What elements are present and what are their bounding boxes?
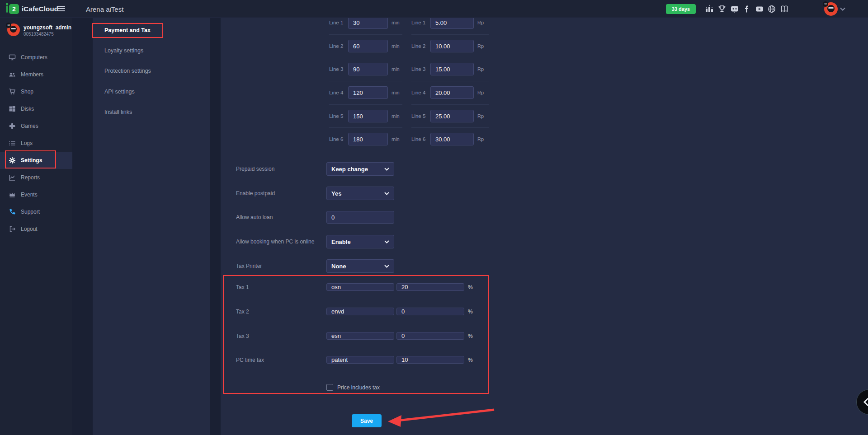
field-label: Prepaid session <box>236 166 326 172</box>
tax-name-input[interactable] <box>326 332 394 340</box>
price-line-input[interactable] <box>430 133 474 145</box>
facebook-icon[interactable] <box>742 5 751 14</box>
percent-label: % <box>468 284 473 290</box>
cafe-title: Arena aiTest <box>86 5 123 13</box>
tax-1-row: Tax 1 % <box>236 283 489 291</box>
price-line-row: Line 1 Rp <box>411 16 493 29</box>
price-includes-tax-row: Price includes tax <box>326 384 380 391</box>
list-icon <box>9 140 16 147</box>
nav-item-protection-settings[interactable]: Protection settings <box>93 64 210 78</box>
chevron-down-icon <box>384 192 389 195</box>
sidebar-item-label: Disks <box>21 106 34 112</box>
prepaid-session-row: Prepaid session Keep change <box>236 162 426 176</box>
minute-line-row: Line 5 min <box>329 110 406 122</box>
tax-printer-select[interactable]: None <box>326 259 394 273</box>
sidebar-item-label: Logs <box>21 140 33 146</box>
tax-name-input[interactable] <box>326 308 394 315</box>
selected-value: Enable <box>331 239 351 245</box>
row-divider <box>411 34 489 35</box>
price-line-input[interactable] <box>430 110 474 122</box>
price-line-input[interactable] <box>430 16 474 29</box>
minute-line-input[interactable] <box>348 63 388 75</box>
youtube-icon[interactable] <box>755 5 764 14</box>
sidebar-item-settings[interactable]: Settings <box>0 152 72 169</box>
minute-line-input[interactable] <box>348 16 388 29</box>
price-line-input[interactable] <box>430 40 474 52</box>
price-line-input[interactable] <box>430 63 474 75</box>
unit-label: Rp <box>477 20 484 25</box>
globe-icon[interactable] <box>767 5 776 14</box>
price-line-input[interactable] <box>430 86 474 99</box>
row-divider <box>411 104 489 105</box>
hamburger-menu-icon[interactable] <box>57 6 65 12</box>
sidebar-item-logout[interactable]: Logout <box>0 222 72 236</box>
line-label: Line 1 <box>411 20 430 25</box>
gear-icon <box>9 157 16 164</box>
prepaid-session-select[interactable]: Keep change <box>326 162 394 176</box>
row-divider <box>329 34 402 35</box>
field-label: Allow booking when PC is online <box>236 239 326 245</box>
minute-line-input[interactable] <box>348 110 388 122</box>
allow-booking-select[interactable]: Enable <box>326 235 394 248</box>
sidebar-item-events[interactable]: Events <box>0 188 72 201</box>
minute-line-row: Line 1 min <box>329 16 406 29</box>
tax-rate-input[interactable] <box>396 308 464 315</box>
docs-icon[interactable] <box>780 5 789 14</box>
unit-label: min <box>392 20 400 25</box>
user-avatar[interactable]: ∞ <box>824 2 838 16</box>
save-button[interactable]: Save <box>352 414 382 427</box>
sidebar-user-avatar[interactable]: ∞ <box>7 23 20 36</box>
line-label: Line 2 <box>411 43 430 49</box>
nav-item-loyalty-settings[interactable]: Loyalty settings <box>93 44 210 57</box>
logout-icon <box>9 225 16 233</box>
sidebar-item-computers[interactable]: Computers <box>0 51 72 64</box>
avatar-ninja-eyes <box>11 28 16 29</box>
main-sidebar: ∞ youngzsoft_admin 005193482475 Computer… <box>0 18 72 435</box>
sidebar-item-games[interactable]: Games <box>0 119 72 133</box>
ranking-icon[interactable] <box>705 5 714 14</box>
discord-icon[interactable] <box>730 5 739 14</box>
sidebar-item-shop[interactable]: Shop <box>0 85 72 98</box>
payment-and-tax-form: Line 1 min Line 2 min Line 3 min Line 4 … <box>221 18 868 435</box>
allow-auto-loan-input[interactable] <box>326 211 394 224</box>
tax-rate-input[interactable] <box>396 283 464 291</box>
unit-label: Rp <box>477 43 484 49</box>
sidebar-item-logs[interactable]: Logs <box>0 136 72 150</box>
tax-name-input[interactable] <box>326 356 394 364</box>
trophy-icon[interactable] <box>717 5 726 14</box>
sidebar-item-label: Settings <box>21 157 42 164</box>
tax-name-input[interactable] <box>326 283 394 291</box>
price-line-row: Line 3 Rp <box>411 63 493 75</box>
minute-line-input[interactable] <box>348 40 388 52</box>
tax-rate-input[interactable] <box>396 332 464 340</box>
cart-icon <box>9 88 16 95</box>
minute-line-input[interactable] <box>348 133 388 145</box>
sidebar-item-label: Events <box>21 192 38 198</box>
avatar-ninja-eyes <box>828 7 834 9</box>
percent-label: % <box>468 333 473 339</box>
enable-postpaid-row: Enable postpaid Yes <box>236 187 426 200</box>
logo-icon-dot <box>6 3 8 5</box>
subscription-days-badge[interactable]: 33 days <box>666 4 696 14</box>
nav-item-api-settings[interactable]: API settings <box>93 85 210 98</box>
price-includes-tax-checkbox[interactable] <box>326 384 333 391</box>
row-divider <box>329 81 402 81</box>
minute-line-input[interactable] <box>348 86 388 99</box>
selected-value: Keep change <box>331 166 368 173</box>
sidebar-item-support[interactable]: Support <box>0 205 72 219</box>
line-label: Line 3 <box>411 66 430 72</box>
chevron-down-icon <box>384 240 389 243</box>
field-label: PC time tax <box>236 357 326 363</box>
minute-line-row: Line 2 min <box>329 40 406 52</box>
sidebar-item-reports[interactable]: Reports <box>0 171 72 184</box>
logo-icon <box>6 5 8 13</box>
row-divider <box>411 81 489 81</box>
enable-postpaid-select[interactable]: Yes <box>326 187 394 200</box>
field-label: Tax 2 <box>236 309 326 315</box>
chevron-down-icon[interactable] <box>840 7 845 11</box>
nav-item-payment-and-tax[interactable]: Payment and Tax <box>93 23 210 37</box>
sidebar-item-members[interactable]: Members <box>0 68 72 81</box>
tax-rate-input[interactable] <box>396 356 464 364</box>
nav-item-install-links[interactable]: Install links <box>93 105 210 119</box>
sidebar-item-disks[interactable]: Disks <box>0 102 72 116</box>
